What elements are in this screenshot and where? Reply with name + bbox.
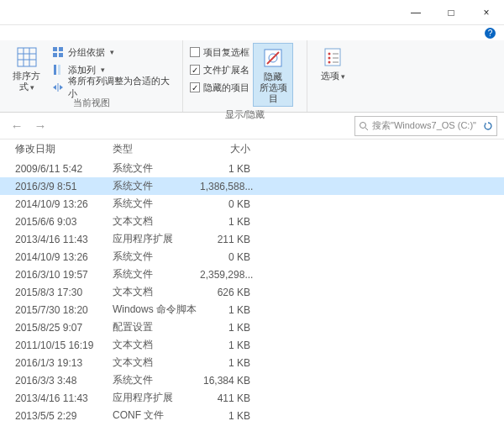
svg-rect-10 <box>58 65 60 75</box>
checkbox-unchecked-icon <box>190 47 200 57</box>
cell-type: 应用程序扩展 <box>113 391 200 405</box>
table-row[interactable]: 2015/7/30 18:20Windows 命令脚本1 KB <box>0 301 504 318</box>
options-button[interactable]: 选项▾ <box>312 43 353 97</box>
cell-type: CONF 文件 <box>113 408 200 419</box>
nav-back-button[interactable]: ← <box>7 116 27 136</box>
cell-size: 1 KB <box>200 163 257 175</box>
cell-size: 1 KB <box>200 410 257 420</box>
cell-date: 2016/3/9 8:51 <box>15 181 113 192</box>
hidden-items-toggle[interactable]: ✓ 隐藏的项目 <box>190 80 249 95</box>
cell-type: 文本文档 <box>113 214 200 229</box>
svg-point-16 <box>328 53 331 55</box>
table-row[interactable]: 2016/3/9 8:51系统文件1,386,588... <box>0 177 504 195</box>
file-list: 修改日期 类型 大小 2009/6/11 5:42系统文件1 KB2016/3/… <box>0 139 504 419</box>
cell-type: 文本文档 <box>113 285 200 299</box>
cell-date: 2015/8/3 17:30 <box>15 287 113 298</box>
add-column-icon <box>51 63 65 76</box>
chevron-down-icon: ▾ <box>110 48 114 56</box>
chevron-down-icon: ▾ <box>341 72 345 81</box>
file-extensions-label: 文件扩展名 <box>203 64 249 76</box>
group-by-label: 分组依据 <box>68 46 105 59</box>
options-icon <box>320 45 345 70</box>
table-row[interactable]: 2013/4/16 11:43应用程序扩展411 KB <box>0 389 504 407</box>
cell-size: 1 KB <box>200 304 257 316</box>
cell-size: 1,386,588... <box>200 181 257 192</box>
item-checkboxes-toggle[interactable]: 项目复选框 <box>190 45 249 60</box>
item-checkboxes-label: 项目复选框 <box>203 46 249 59</box>
refresh-icon[interactable] <box>483 121 493 131</box>
titlebar: — □ × <box>0 0 504 25</box>
cell-type: 系统文件 <box>113 197 200 211</box>
table-row[interactable]: 2015/8/3 17:30文本文档626 KB <box>0 283 504 301</box>
hide-icon <box>260 45 286 71</box>
column-headers: 修改日期 类型 大小 <box>0 139 504 160</box>
svg-rect-9 <box>54 65 56 75</box>
cell-size: 626 KB <box>200 287 257 298</box>
cell-type: 应用程序扩展 <box>113 232 200 246</box>
search-box[interactable]: 搜索"Windows7_OS (C:)" <box>354 116 497 136</box>
table-row[interactable]: 2013/4/16 11:43应用程序扩展211 KB <box>0 230 504 248</box>
hide-selected-button[interactable]: 隐藏所选项目 <box>253 43 293 107</box>
svg-point-20 <box>328 61 331 64</box>
cell-type: 系统文件 <box>113 373 200 387</box>
search-placeholder: 搜索"Windows7_OS (C:)" <box>372 119 480 132</box>
cell-size: 2,359,298... <box>200 269 257 281</box>
cell-type: 系统文件 <box>113 250 200 264</box>
col-type-header[interactable]: 类型 <box>113 142 200 156</box>
table-row[interactable]: 2015/8/25 9:07配置设置1 KB <box>0 318 504 336</box>
close-button[interactable]: × <box>469 1 504 24</box>
table-row[interactable]: 2016/3/3 3:48系统文件16,384 KB <box>0 371 504 389</box>
svg-rect-6 <box>59 47 63 51</box>
group-showhide-label: 显示/隐藏 <box>188 107 302 124</box>
cell-date: 2013/4/16 11:43 <box>15 234 113 245</box>
hidden-items-label: 隐藏的项目 <box>203 82 249 94</box>
cell-type: 配置设置 <box>113 320 200 334</box>
sort-by-button[interactable]: 排序方式▾ <box>5 43 48 95</box>
cell-size: 0 KB <box>200 251 257 263</box>
cell-size: 0 KB <box>200 198 257 210</box>
cell-type: 文本文档 <box>113 355 200 370</box>
cell-size: 1 KB <box>200 357 257 369</box>
cell-date: 2016/1/3 19:13 <box>15 357 113 369</box>
checkbox-checked-icon: ✓ <box>190 82 200 92</box>
svg-rect-5 <box>53 47 57 51</box>
maximize-button[interactable]: □ <box>433 1 469 24</box>
col-size-header[interactable]: 大小 <box>200 142 257 156</box>
minimize-button[interactable]: — <box>398 1 433 24</box>
cell-date: 2015/7/30 18:20 <box>15 304 113 316</box>
sort-icon <box>14 45 39 70</box>
table-row[interactable]: 2014/10/9 13:26系统文件0 KB <box>0 195 504 213</box>
table-row[interactable]: 2015/6/6 9:03文本文档1 KB <box>0 213 504 230</box>
cell-date: 2015/8/25 9:07 <box>15 322 113 334</box>
cell-type: 系统文件 <box>113 267 200 282</box>
col-date-header[interactable]: 修改日期 <box>15 142 113 156</box>
table-row[interactable]: 2016/1/3 19:13文本文档1 KB <box>0 354 504 371</box>
chevron-down-icon: ▾ <box>30 83 34 92</box>
cell-type: Windows 命令脚本 <box>113 303 200 317</box>
cell-type: 系统文件 <box>113 179 200 193</box>
table-row[interactable]: 2009/6/11 5:42系统文件1 KB <box>0 160 504 177</box>
table-row[interactable]: 2016/3/10 19:57系统文件2,359,298... <box>0 266 504 283</box>
table-row[interactable]: 2013/5/5 2:29CONF 文件1 KB <box>0 407 504 419</box>
checkbox-checked-icon: ✓ <box>190 65 200 75</box>
nav-fwd-button[interactable]: → <box>30 116 50 136</box>
cell-size: 1 KB <box>200 322 257 334</box>
cell-date: 2014/10/9 13:26 <box>15 198 113 210</box>
hide-selected-label-2: 所选项目 <box>260 82 287 103</box>
svg-point-22 <box>360 122 366 128</box>
cell-date: 2015/6/6 9:03 <box>15 216 113 228</box>
cell-size: 411 KB <box>200 392 257 404</box>
group-view-label: 当前视图 <box>5 95 177 112</box>
table-row[interactable]: 2011/10/15 16:19文本文档1 KB <box>0 336 504 354</box>
help-bar: ? <box>0 25 504 40</box>
cell-date: 2016/3/3 3:48 <box>15 375 113 387</box>
svg-rect-8 <box>59 53 63 57</box>
cell-type: 系统文件 <box>113 161 200 176</box>
cell-type: 文本文档 <box>113 338 200 352</box>
table-row[interactable]: 2014/10/9 13:26系统文件0 KB <box>0 248 504 266</box>
help-icon[interactable]: ? <box>485 28 496 39</box>
file-extensions-toggle[interactable]: ✓ 文件扩展名 <box>190 62 249 77</box>
cell-date: 2013/4/16 11:43 <box>15 392 113 404</box>
group-by-button[interactable]: 分组依据▾ <box>51 45 177 60</box>
autofit-button[interactable]: 将所有列调整为合适的大小 <box>51 80 177 95</box>
